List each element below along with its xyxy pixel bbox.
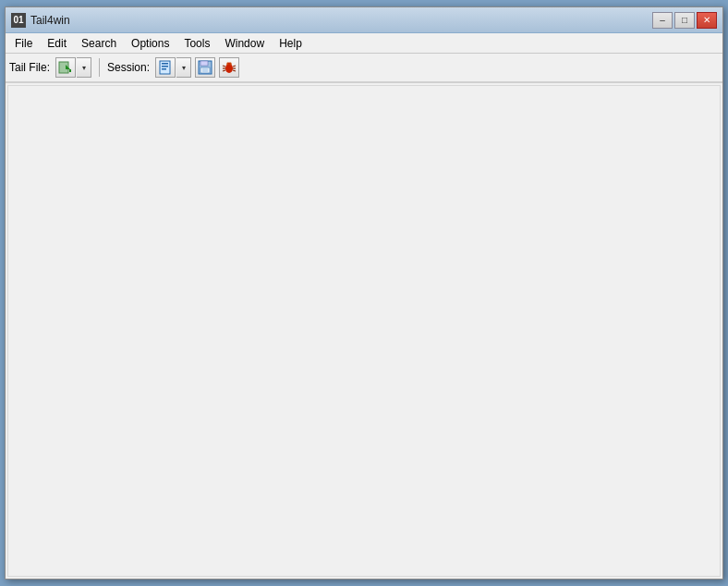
svg-rect-5: [162, 66, 168, 67]
minimize-button[interactable]: –: [652, 12, 673, 29]
menu-tools[interactable]: Tools: [176, 33, 217, 53]
session-icon: [158, 60, 173, 75]
separator-1: [99, 58, 100, 77]
tail-file-button[interactable]: [55, 57, 76, 78]
svg-line-16: [233, 66, 236, 67]
main-window: 01 Tail4win – □ ✕ File Edit Search Optio…: [5, 6, 723, 580]
tail-file-dropdown[interactable]: ▾: [77, 57, 91, 78]
menu-options[interactable]: Options: [124, 33, 176, 53]
session-dropdown[interactable]: ▾: [176, 57, 191, 78]
save-icon: [198, 60, 212, 75]
menu-window[interactable]: Window: [217, 33, 272, 53]
bug-button[interactable]: [219, 57, 239, 78]
menu-bar: File Edit Search Options Tools Window He…: [6, 33, 722, 54]
close-button[interactable]: ✕: [697, 12, 717, 29]
window-title: Tail4win: [30, 14, 70, 27]
title-bar-buttons: – □ ✕: [652, 12, 717, 29]
tail-file-label: Tail File:: [9, 61, 50, 74]
tail-file-combo: ▾: [55, 57, 91, 78]
svg-line-13: [223, 66, 225, 67]
bug-icon: [222, 60, 237, 75]
session-button[interactable]: [155, 57, 176, 78]
menu-help[interactable]: Help: [272, 33, 309, 53]
save-button[interactable]: [195, 57, 215, 78]
session-label: Session:: [107, 61, 150, 74]
main-content-area: [7, 85, 721, 577]
svg-line-15: [223, 70, 225, 71]
svg-line-18: [233, 70, 236, 71]
title-bar: 01 Tail4win – □ ✕: [6, 7, 722, 33]
menu-file[interactable]: File: [7, 33, 40, 53]
svg-rect-8: [200, 61, 208, 66]
menu-edit[interactable]: Edit: [40, 33, 74, 53]
app-icon: 01: [11, 13, 26, 28]
svg-rect-10: [202, 68, 208, 72]
file-arrow-icon: [58, 60, 73, 75]
maximize-button[interactable]: □: [674, 12, 695, 29]
session-combo: ▾: [155, 57, 191, 78]
svg-rect-6: [162, 68, 166, 70]
toolbar: Tail File: ▾ Session:: [6, 54, 722, 83]
svg-rect-4: [162, 63, 168, 65]
title-bar-left: 01 Tail4win: [11, 13, 70, 28]
menu-search[interactable]: Search: [74, 33, 124, 53]
